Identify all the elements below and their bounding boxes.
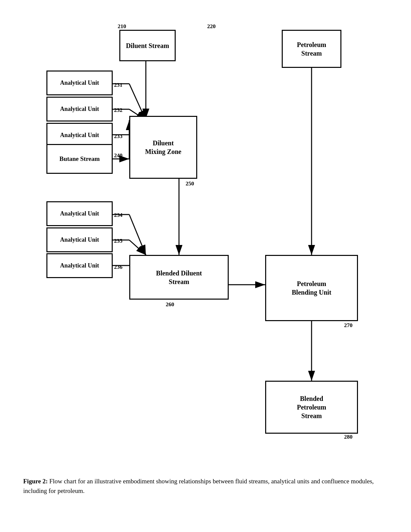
- diagram: Diluent Stream 210 220 Petroleum Stream …: [23, 13, 388, 470]
- au6-box: Analytical Unit: [46, 253, 113, 278]
- blended-petroleum-stream-box: Blended Petroleum Stream: [265, 381, 358, 434]
- diluent-mixing-zone-box: Diluent Mixing Zone: [129, 116, 197, 179]
- svg-line-15: [129, 240, 146, 255]
- figure-caption: Figure 2: Flow chart for an illustrative…: [23, 477, 388, 496]
- svg-line-13: [129, 215, 146, 255]
- label-232: 232: [114, 107, 123, 114]
- label-280: 280: [344, 434, 353, 440]
- au1-box: Analytical Unit: [46, 71, 113, 95]
- label-250: 250: [186, 180, 194, 187]
- label-236: 236: [114, 264, 123, 270]
- label-234: 234: [114, 212, 123, 218]
- label-240: 240: [114, 152, 123, 159]
- au4-box: Analytical Unit: [46, 201, 113, 226]
- caption-text: Flow chart for an illustrative embodimen…: [23, 478, 374, 494]
- petroleum-blending-unit-box: Petroleum Blending Unit: [265, 255, 358, 321]
- diluent-stream-box: Diluent Stream: [119, 30, 176, 61]
- caption-bold: Figure 2:: [23, 478, 48, 485]
- butane-stream-box: Butane Stream: [46, 144, 113, 174]
- label-210: 210: [118, 23, 126, 30]
- label-235: 235: [114, 238, 123, 244]
- petroleum-stream-box: Petroleum Stream: [282, 30, 341, 68]
- au2-box: Analytical Unit: [46, 97, 113, 121]
- blended-diluent-stream-box: Blended Diluent Stream: [129, 255, 229, 300]
- label-220: 220: [207, 23, 216, 30]
- label-231: 231: [114, 82, 123, 88]
- label-260: 260: [166, 301, 174, 308]
- svg-line-4: [129, 84, 146, 120]
- label-233: 233: [114, 133, 123, 140]
- au5-box: Analytical Unit: [46, 227, 113, 252]
- label-270: 270: [344, 322, 353, 329]
